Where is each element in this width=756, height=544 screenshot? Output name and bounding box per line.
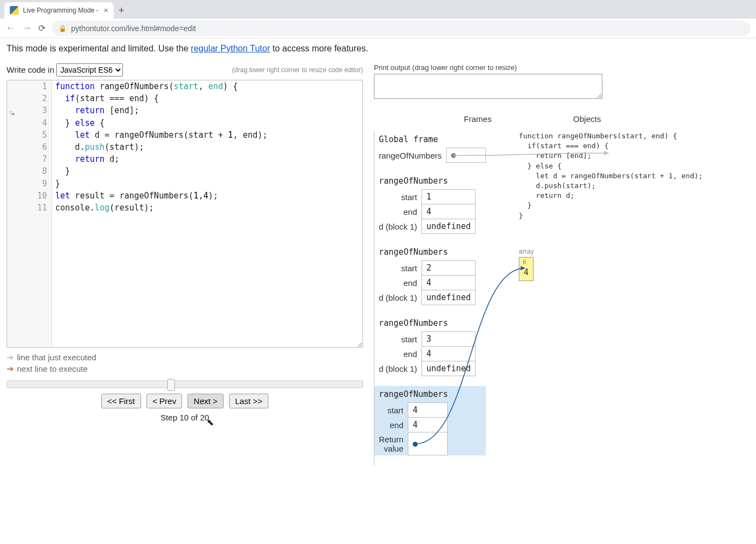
notice-prefix: This mode is experimental and limited. U… bbox=[7, 44, 191, 53]
step-controls: << First < Prev Next > Last >> bbox=[7, 394, 363, 408]
url-input[interactable]: 🔒 pythontutor.com/live.html#mode=edit bbox=[52, 21, 751, 36]
global-frame-title: Global frame bbox=[374, 131, 486, 148]
legend: ➔line that just executed ➔next line to e… bbox=[7, 352, 363, 374]
address-bar: ← → ⟳ 🔒 pythontutor.com/live.html#mode=e… bbox=[0, 19, 756, 38]
tab-title: Live Programming Mode - bbox=[23, 7, 98, 14]
array-object: 04 bbox=[519, 257, 534, 280]
regular-tutor-link[interactable]: regular Python Tutor bbox=[191, 44, 270, 53]
objects-header: Objects bbox=[543, 114, 631, 124]
code-editor[interactable]: 1234567891011➔➔ function rangeOfNumbers(… bbox=[7, 80, 363, 348]
legend-prev: line that just executed bbox=[17, 353, 96, 362]
language-select[interactable]: JavaScript ES6 bbox=[56, 63, 123, 77]
frames-header: Frames bbox=[429, 114, 527, 124]
last-button[interactable]: Last >> bbox=[229, 394, 268, 408]
prev-line-arrow-icon: ➔ bbox=[7, 352, 14, 362]
prev-button[interactable]: < Prev bbox=[146, 394, 183, 408]
array-type-label: array bbox=[519, 247, 703, 256]
print-output[interactable] bbox=[374, 74, 602, 99]
next-button[interactable]: Next > bbox=[187, 394, 224, 408]
write-code-label: Write code in JavaScript ES6 bbox=[7, 63, 123, 77]
frames-column: Global framerangeOfNumbersrangeOfNumbers… bbox=[374, 131, 486, 465]
new-tab-button[interactable]: + bbox=[114, 5, 129, 19]
first-button[interactable]: << First bbox=[101, 394, 141, 408]
objects-column: function rangeOfNumbers(start, end) { if… bbox=[519, 131, 703, 465]
reload-button[interactable]: ⟳ bbox=[38, 23, 45, 33]
print-output-label: Print output (drag lower right corner to… bbox=[374, 63, 749, 72]
python-favicon bbox=[10, 6, 19, 15]
browser-tab[interactable]: Live Programming Mode - × bbox=[4, 2, 114, 19]
forward-button[interactable]: → bbox=[22, 22, 32, 34]
editor-resize-hint: (drag lower right corner to resize code … bbox=[232, 66, 363, 74]
lock-icon: 🔒 bbox=[58, 25, 67, 32]
back-button[interactable]: ← bbox=[5, 22, 15, 34]
url-text: pythontutor.com/live.html#mode=edit bbox=[71, 24, 196, 33]
mouse-cursor: ⬉ bbox=[207, 417, 214, 428]
slider-thumb[interactable] bbox=[167, 379, 175, 391]
step-slider[interactable] bbox=[7, 381, 363, 388]
notice-bar: This mode is experimental and limited. U… bbox=[7, 44, 749, 54]
function-source: function rangeOfNumbers(start, end) { if… bbox=[519, 131, 703, 221]
next-line-arrow-icon: ➔ bbox=[7, 364, 14, 374]
close-tab-icon[interactable]: × bbox=[104, 6, 108, 15]
notice-suffix: to access more features. bbox=[270, 44, 368, 53]
step-indicator: Step 10 of 20 bbox=[7, 413, 363, 422]
browser-tab-strip: Live Programming Mode - × + bbox=[0, 0, 756, 19]
legend-next: next line to execute bbox=[17, 364, 87, 373]
